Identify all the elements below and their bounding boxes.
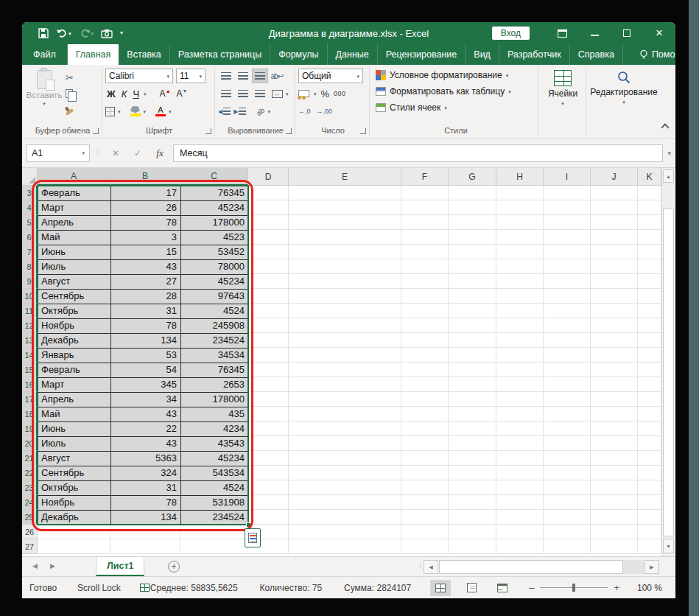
cell-month[interactable]: Июль bbox=[38, 437, 111, 452]
cell-value2[interactable]: 76345 bbox=[181, 363, 249, 378]
expand-formula-bar-icon[interactable]: ▾ bbox=[667, 150, 671, 157]
italic-button[interactable]: К bbox=[120, 88, 129, 99]
cell-month[interactable]: Апрель bbox=[38, 393, 111, 407]
orientation-button[interactable]: ab bbox=[255, 105, 267, 117]
cell-value1[interactable]: 15 bbox=[111, 245, 181, 260]
column-header-E[interactable]: E bbox=[289, 168, 401, 186]
new-sheet-button[interactable]: + bbox=[168, 561, 180, 573]
name-box[interactable]: A1▾ bbox=[27, 144, 90, 162]
cell-month[interactable]: Июнь bbox=[38, 422, 111, 437]
cell-month[interactable]: Июль bbox=[38, 260, 111, 275]
maximize-button[interactable] bbox=[611, 22, 643, 44]
zoom-thumb[interactable] bbox=[572, 584, 575, 592]
column-header-J[interactable]: J bbox=[591, 168, 638, 186]
cell-month[interactable]: Декабрь bbox=[38, 511, 111, 525]
scroll-up-icon[interactable]: ▲ bbox=[663, 169, 674, 183]
sheet-nav-left-icon[interactable]: ◀ bbox=[32, 562, 38, 570]
cell-value1[interactable]: 43 bbox=[111, 437, 181, 452]
column-header-G[interactable]: G bbox=[449, 168, 496, 186]
tellme-help[interactable]: Помощн bbox=[632, 44, 675, 65]
tab-scroll-divider[interactable]: ⋮ bbox=[417, 561, 424, 569]
row-header-8[interactable]: 8 bbox=[22, 259, 38, 274]
tab-рецензирование[interactable]: Рецензирование bbox=[378, 44, 466, 65]
formula-input[interactable]: Месяц bbox=[173, 144, 663, 162]
cell-month[interactable]: Декабрь bbox=[38, 334, 111, 349]
cell-value1[interactable]: 324 bbox=[111, 466, 181, 481]
cell-month[interactable]: Сентябрь bbox=[38, 290, 111, 304]
cell-month[interactable]: Ноябрь bbox=[38, 496, 111, 511]
tab-вставка[interactable]: Вставка bbox=[119, 44, 169, 65]
row-header-3[interactable]: 3 bbox=[22, 186, 38, 200]
cell-value2[interactable]: 78000 bbox=[181, 260, 249, 275]
column-header-C[interactable]: C bbox=[180, 168, 248, 186]
scroll-left-icon[interactable]: ◀ bbox=[424, 560, 438, 574]
row-header-21[interactable]: 21 bbox=[22, 451, 38, 466]
cell-value1[interactable]: 27 bbox=[111, 275, 181, 290]
cell-value2[interactable]: 45234 bbox=[181, 201, 249, 216]
cell-month[interactable]: Октябрь bbox=[38, 304, 111, 319]
row-header-24[interactable]: 24 bbox=[22, 495, 38, 510]
cell-value1[interactable]: 3 bbox=[111, 231, 181, 245]
zoom-in-icon[interactable]: + bbox=[614, 582, 619, 593]
zoom-track[interactable] bbox=[540, 587, 608, 588]
tab-разметка-страницы[interactable]: Разметка страницы bbox=[170, 44, 270, 65]
tab-вид[interactable]: Вид bbox=[466, 44, 499, 65]
row-header-14[interactable]: 14 bbox=[22, 348, 38, 363]
wrap-text-button[interactable]: ab↩ bbox=[269, 69, 285, 83]
dialog-launcher-icon[interactable] bbox=[93, 128, 99, 134]
cell-value1[interactable]: 53 bbox=[111, 349, 181, 363]
row-header-5[interactable]: 5 bbox=[22, 215, 38, 230]
merge-center-button[interactable]: ↔ bbox=[269, 86, 285, 101]
column-header-A[interactable]: A bbox=[38, 168, 110, 186]
close-button[interactable]: × bbox=[643, 22, 675, 44]
cell-value2[interactable]: 4523 bbox=[181, 231, 249, 245]
cell-month[interactable]: Сентябрь bbox=[38, 466, 111, 481]
increase-decimal-button[interactable]: ←,0 bbox=[298, 108, 311, 115]
signin-button[interactable]: Вход bbox=[492, 27, 530, 40]
cell-month[interactable]: Август bbox=[38, 275, 111, 290]
cell-month[interactable]: Январь bbox=[38, 349, 111, 363]
cell-value1[interactable]: 28 bbox=[111, 290, 181, 304]
undo-dropdown-icon[interactable]: ▾ bbox=[69, 31, 71, 36]
increase-indent-button[interactable]: ▶ bbox=[233, 108, 246, 115]
editing-button[interactable]: Редактирование ▾ bbox=[589, 67, 658, 125]
row-header-11[interactable]: 11 bbox=[22, 304, 38, 318]
row-header-17[interactable]: 17 bbox=[22, 392, 38, 407]
tab-разработчик[interactable]: Разработчик bbox=[499, 44, 570, 65]
decrease-decimal-button[interactable]: →,00 bbox=[317, 108, 333, 115]
cell-month[interactable]: Март bbox=[38, 201, 111, 216]
row-header-26[interactable]: 26 bbox=[22, 525, 38, 539]
cell-month[interactable]: Август bbox=[38, 452, 111, 466]
row-header-22[interactable]: 22 bbox=[22, 466, 38, 480]
minimize-button[interactable] bbox=[578, 22, 611, 44]
column-header-H[interactable]: H bbox=[496, 168, 544, 186]
cell-value1[interactable]: 5363 bbox=[111, 452, 181, 466]
view-page-layout-button[interactable] bbox=[461, 580, 482, 596]
qat-customize-icon[interactable]: ▾ bbox=[120, 30, 123, 36]
font-size-combo[interactable]: 11▾ bbox=[176, 69, 206, 83]
vertical-scroll-thumb[interactable] bbox=[663, 209, 674, 536]
row-header-15[interactable]: 15 bbox=[22, 363, 38, 377]
row-header-23[interactable]: 23 bbox=[22, 480, 38, 495]
view-normal-button[interactable] bbox=[430, 580, 451, 596]
dialog-launcher-icon[interactable] bbox=[206, 128, 211, 134]
cell-value2[interactable]: 45234 bbox=[181, 452, 249, 466]
align-right-button[interactable] bbox=[252, 86, 268, 101]
bold-button[interactable]: Ж bbox=[105, 88, 117, 99]
accounting-format-icon[interactable] bbox=[298, 90, 309, 97]
tab-главная[interactable]: Главная bbox=[68, 44, 119, 65]
cell-month[interactable]: Октябрь bbox=[38, 481, 111, 496]
row-header-7[interactable]: 7 bbox=[22, 245, 38, 259]
column-header-K[interactable]: K bbox=[638, 168, 661, 186]
zoom-slider[interactable]: – + bbox=[529, 582, 619, 593]
tab-файл[interactable]: Файл bbox=[22, 44, 68, 65]
row-header-12[interactable]: 12 bbox=[22, 318, 38, 333]
row-header-25[interactable]: 25 bbox=[22, 510, 38, 525]
cell-value2[interactable]: 234524 bbox=[181, 334, 249, 349]
cell-month[interactable]: Май bbox=[38, 231, 111, 245]
insert-function-icon[interactable]: fx bbox=[151, 147, 169, 159]
underline-dropdown-icon[interactable]: ▾ bbox=[144, 91, 147, 97]
borders-icon[interactable] bbox=[105, 107, 115, 116]
cell-value2[interactable]: 178000 bbox=[181, 216, 249, 231]
row-header-9[interactable]: 9 bbox=[22, 274, 38, 289]
